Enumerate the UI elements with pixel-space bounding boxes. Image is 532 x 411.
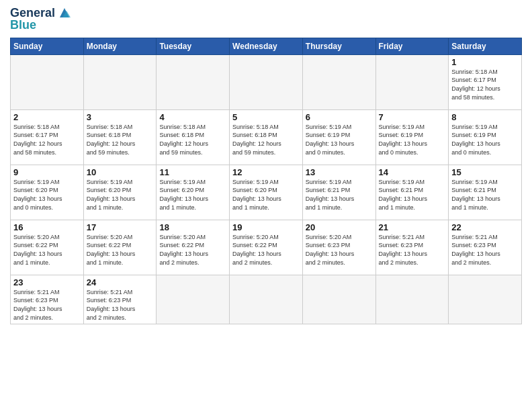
calendar-cell: 10Sunrise: 5:19 AM Sunset: 6:20 PM Dayli…: [83, 165, 157, 220]
day-number: 16: [13, 222, 81, 232]
day-info: Sunrise: 5:21 AM Sunset: 6:23 PM Dayligh…: [13, 288, 81, 322]
day-info: Sunrise: 5:18 AM Sunset: 6:18 PM Dayligh…: [159, 123, 226, 156]
calendar-cell: 24Sunrise: 5:21 AM Sunset: 6:23 PM Dayli…: [83, 275, 157, 324]
day-info: Sunrise: 5:20 AM Sunset: 6:22 PM Dayligh…: [87, 233, 154, 267]
day-number: 11: [159, 167, 226, 177]
calendar-cell: 9Sunrise: 5:19 AM Sunset: 6:20 PM Daylig…: [11, 165, 84, 220]
logo: General Blue: [10, 7, 72, 32]
weekday-header: Friday: [375, 38, 449, 54]
calendar-cell: [83, 54, 157, 109]
weekday-header: Monday: [83, 38, 157, 54]
day-info: Sunrise: 5:20 AM Sunset: 6:22 PM Dayligh…: [13, 233, 81, 267]
calendar-cell: 14Sunrise: 5:19 AM Sunset: 6:21 PM Dayli…: [375, 165, 449, 220]
day-info: Sunrise: 5:21 AM Sunset: 6:23 PM Dayligh…: [379, 233, 446, 267]
calendar-cell: 2Sunrise: 5:18 AM Sunset: 6:17 PM Daylig…: [11, 109, 84, 165]
weekday-header: Saturday: [449, 38, 522, 54]
day-number: 24: [87, 277, 154, 287]
calendar-cell: [157, 54, 230, 109]
day-number: 18: [159, 222, 226, 232]
calendar-cell: 20Sunrise: 5:20 AM Sunset: 6:23 PM Dayli…: [302, 220, 375, 275]
day-number: 22: [451, 222, 519, 232]
day-number: 21: [379, 222, 446, 232]
weekday-header: Sunday: [11, 38, 84, 54]
weekday-header: Thursday: [302, 38, 375, 54]
day-info: Sunrise: 5:20 AM Sunset: 6:23 PM Dayligh…: [306, 233, 373, 267]
day-number: 12: [232, 167, 300, 177]
calendar-cell: 22Sunrise: 5:21 AM Sunset: 6:23 PM Dayli…: [449, 220, 522, 275]
day-info: Sunrise: 5:19 AM Sunset: 6:20 PM Dayligh…: [87, 178, 154, 212]
day-number: 9: [13, 167, 81, 177]
calendar-cell: 19Sunrise: 5:20 AM Sunset: 6:22 PM Dayli…: [230, 220, 303, 275]
calendar-cell: 12Sunrise: 5:19 AM Sunset: 6:20 PM Dayli…: [230, 165, 303, 220]
calendar-cell: 4Sunrise: 5:18 AM Sunset: 6:18 PM Daylig…: [157, 109, 230, 165]
logo-blue: Blue: [10, 19, 72, 32]
day-number: 2: [13, 112, 81, 122]
header: General Blue: [10, 7, 522, 32]
weekday-header: Wednesday: [230, 38, 303, 54]
calendar-cell: 21Sunrise: 5:21 AM Sunset: 6:23 PM Dayli…: [375, 220, 449, 275]
logo-icon: [57, 5, 72, 20]
day-info: Sunrise: 5:18 AM Sunset: 6:18 PM Dayligh…: [232, 123, 300, 156]
calendar: SundayMondayTuesdayWednesdayThursdayFrid…: [10, 38, 522, 324]
calendar-cell: [157, 275, 230, 324]
day-info: Sunrise: 5:20 AM Sunset: 6:22 PM Dayligh…: [232, 233, 300, 267]
calendar-cell: [11, 54, 84, 109]
day-number: 6: [306, 112, 373, 122]
day-info: Sunrise: 5:19 AM Sunset: 6:20 PM Dayligh…: [159, 178, 226, 212]
day-info: Sunrise: 5:18 AM Sunset: 6:17 PM Dayligh…: [13, 123, 81, 156]
day-number: 8: [451, 112, 519, 122]
day-info: Sunrise: 5:18 AM Sunset: 6:18 PM Dayligh…: [87, 123, 154, 156]
day-info: Sunrise: 5:19 AM Sunset: 6:19 PM Dayligh…: [451, 123, 519, 156]
calendar-cell: 5Sunrise: 5:18 AM Sunset: 6:18 PM Daylig…: [230, 109, 303, 165]
calendar-cell: 15Sunrise: 5:19 AM Sunset: 6:21 PM Dayli…: [449, 165, 522, 220]
day-number: 3: [87, 112, 154, 122]
calendar-cell: [302, 54, 375, 109]
page: General Blue SundayMondayTuesdayWednesda…: [0, 0, 532, 411]
day-info: Sunrise: 5:19 AM Sunset: 6:21 PM Dayligh…: [451, 178, 519, 212]
calendar-cell: 3Sunrise: 5:18 AM Sunset: 6:18 PM Daylig…: [83, 109, 157, 165]
calendar-cell: [375, 54, 449, 109]
day-number: 13: [306, 167, 373, 177]
calendar-cell: 1Sunrise: 5:18 AM Sunset: 6:17 PM Daylig…: [449, 54, 522, 109]
calendar-cell: 16Sunrise: 5:20 AM Sunset: 6:22 PM Dayli…: [11, 220, 84, 275]
day-info: Sunrise: 5:21 AM Sunset: 6:23 PM Dayligh…: [87, 288, 154, 322]
day-number: 20: [306, 222, 373, 232]
day-number: 4: [159, 112, 226, 122]
calendar-cell: [230, 54, 303, 109]
day-info: Sunrise: 5:20 AM Sunset: 6:22 PM Dayligh…: [159, 233, 226, 267]
day-info: Sunrise: 5:21 AM Sunset: 6:23 PM Dayligh…: [451, 233, 519, 267]
day-info: Sunrise: 5:19 AM Sunset: 6:21 PM Dayligh…: [306, 178, 373, 212]
calendar-cell: 17Sunrise: 5:20 AM Sunset: 6:22 PM Dayli…: [83, 220, 157, 275]
calendar-cell: 11Sunrise: 5:19 AM Sunset: 6:20 PM Dayli…: [157, 165, 230, 220]
day-number: 7: [379, 112, 446, 122]
day-info: Sunrise: 5:19 AM Sunset: 6:19 PM Dayligh…: [306, 123, 373, 156]
day-number: 15: [451, 167, 519, 177]
calendar-cell: [449, 275, 522, 324]
day-number: 23: [13, 277, 81, 287]
calendar-cell: 7Sunrise: 5:19 AM Sunset: 6:19 PM Daylig…: [375, 109, 449, 165]
day-number: 19: [232, 222, 300, 232]
day-number: 1: [451, 57, 519, 67]
day-number: 14: [379, 167, 446, 177]
calendar-cell: 13Sunrise: 5:19 AM Sunset: 6:21 PM Dayli…: [302, 165, 375, 220]
calendar-cell: 23Sunrise: 5:21 AM Sunset: 6:23 PM Dayli…: [11, 275, 84, 324]
day-info: Sunrise: 5:19 AM Sunset: 6:21 PM Dayligh…: [379, 178, 446, 212]
calendar-cell: 18Sunrise: 5:20 AM Sunset: 6:22 PM Dayli…: [157, 220, 230, 275]
day-info: Sunrise: 5:19 AM Sunset: 6:20 PM Dayligh…: [13, 178, 81, 212]
day-info: Sunrise: 5:19 AM Sunset: 6:20 PM Dayligh…: [232, 178, 300, 212]
day-info: Sunrise: 5:19 AM Sunset: 6:19 PM Dayligh…: [379, 123, 446, 156]
calendar-cell: 8Sunrise: 5:19 AM Sunset: 6:19 PM Daylig…: [449, 109, 522, 165]
day-number: 17: [87, 222, 154, 232]
day-number: 10: [87, 167, 154, 177]
calendar-cell: [230, 275, 303, 324]
weekday-header: Tuesday: [157, 38, 230, 54]
calendar-cell: [302, 275, 375, 324]
calendar-cell: [375, 275, 449, 324]
day-info: Sunrise: 5:18 AM Sunset: 6:17 PM Dayligh…: [451, 68, 519, 101]
calendar-cell: 6Sunrise: 5:19 AM Sunset: 6:19 PM Daylig…: [302, 109, 375, 165]
day-number: 5: [232, 112, 300, 122]
